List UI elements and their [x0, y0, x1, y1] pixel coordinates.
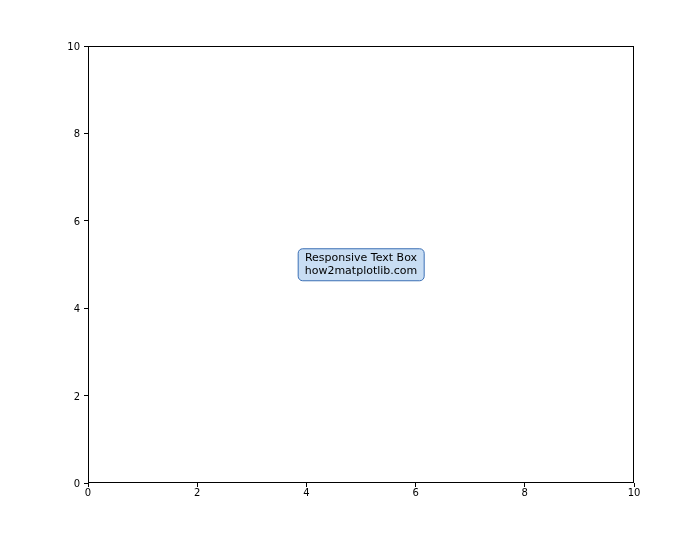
y-tick-label: 4 [74, 303, 80, 314]
x-tick-label: 6 [412, 487, 418, 498]
annotation-line: Responsive Text Box [305, 251, 418, 265]
y-tick-label: 10 [67, 41, 80, 52]
y-tick-label: 2 [74, 390, 80, 401]
y-tick-label: 6 [74, 215, 80, 226]
y-tick-mark [84, 220, 88, 221]
x-tick-label: 0 [85, 487, 91, 498]
y-tick-label: 0 [74, 478, 80, 489]
x-tick-label: 10 [628, 487, 641, 498]
y-tick-mark [84, 133, 88, 134]
x-tick-label: 8 [522, 487, 528, 498]
y-tick-label: 8 [74, 128, 80, 139]
y-tick-mark [84, 395, 88, 396]
y-tick-mark [84, 46, 88, 47]
x-tick-label: 2 [194, 487, 200, 498]
annotation-line: how2matplotlib.com [305, 265, 418, 279]
text-box-annotation: Responsive Text Boxhow2matplotlib.com [298, 248, 425, 282]
figure: 0246810 0246810 Responsive Text Boxhow2m… [0, 0, 700, 560]
x-tick-label: 4 [303, 487, 309, 498]
y-tick-mark [84, 308, 88, 309]
y-tick-mark [84, 483, 88, 484]
